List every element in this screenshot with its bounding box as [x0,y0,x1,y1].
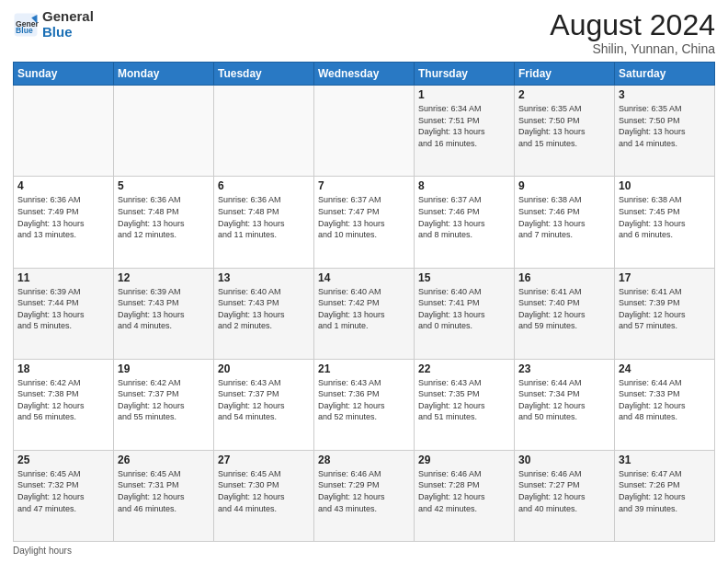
day-detail: Sunrise: 6:35 AM Sunset: 7:50 PM Dayligh… [518,103,610,149]
day-number: 23 [518,362,610,375]
calendar-day-header: Saturday [615,63,715,86]
calendar-cell: 21Sunrise: 6:43 AM Sunset: 7:36 PM Dayli… [314,359,415,450]
day-number: 22 [418,362,510,375]
day-number: 9 [518,179,610,192]
calendar-day-header: Friday [515,63,615,86]
day-number: 29 [418,454,510,466]
calendar-week-row: 11Sunrise: 6:39 AM Sunset: 7:44 PM Dayli… [14,268,715,359]
calendar-cell: 18Sunrise: 6:42 AM Sunset: 7:38 PM Dayli… [14,359,114,450]
day-number: 8 [418,179,510,192]
day-detail: Sunrise: 6:45 AM Sunset: 7:31 PM Dayligh… [118,468,210,514]
calendar-cell: 30Sunrise: 6:46 AM Sunset: 7:27 PM Dayli… [515,450,615,541]
logo-icon: General Blue [13,12,39,38]
day-detail: Sunrise: 6:42 AM Sunset: 7:37 PM Dayligh… [118,377,210,423]
day-detail: Sunrise: 6:35 AM Sunset: 7:50 PM Dayligh… [619,103,711,149]
day-number: 11 [17,271,109,284]
day-detail: Sunrise: 6:42 AM Sunset: 7:38 PM Dayligh… [17,377,109,423]
calendar-cell: 14Sunrise: 6:40 AM Sunset: 7:42 PM Dayli… [314,268,415,359]
calendar-cell: 20Sunrise: 6:43 AM Sunset: 7:37 PM Dayli… [214,359,314,450]
day-detail: Sunrise: 6:41 AM Sunset: 7:39 PM Dayligh… [619,286,711,332]
calendar-week-row: 25Sunrise: 6:45 AM Sunset: 7:32 PM Dayli… [14,450,715,541]
day-number: 10 [619,179,711,192]
day-detail: Sunrise: 6:40 AM Sunset: 7:41 PM Dayligh… [418,286,510,332]
day-detail: Sunrise: 6:44 AM Sunset: 7:33 PM Dayligh… [619,377,711,423]
calendar-cell: 5Sunrise: 6:36 AM Sunset: 7:48 PM Daylig… [114,177,214,268]
calendar-day-header: Thursday [415,63,515,86]
calendar-day-header: Sunday [14,63,114,86]
day-number: 12 [118,271,210,284]
calendar-cell: 4Sunrise: 6:36 AM Sunset: 7:49 PM Daylig… [14,177,114,268]
calendar-cell: 16Sunrise: 6:41 AM Sunset: 7:40 PM Dayli… [515,268,615,359]
day-detail: Sunrise: 6:41 AM Sunset: 7:40 PM Dayligh… [518,286,610,332]
day-detail: Sunrise: 6:38 AM Sunset: 7:46 PM Dayligh… [518,194,610,240]
calendar-cell: 1Sunrise: 6:34 AM Sunset: 7:51 PM Daylig… [415,86,515,177]
day-number: 31 [619,454,711,466]
day-number: 28 [318,454,410,466]
day-number: 21 [318,362,410,375]
day-number: 15 [418,271,510,284]
calendar-cell [14,86,114,177]
calendar-cell: 3Sunrise: 6:35 AM Sunset: 7:50 PM Daylig… [615,86,715,177]
calendar-cell: 31Sunrise: 6:47 AM Sunset: 7:26 PM Dayli… [615,450,715,541]
calendar-cell: 19Sunrise: 6:42 AM Sunset: 7:37 PM Dayli… [114,359,214,450]
calendar-cell: 23Sunrise: 6:44 AM Sunset: 7:34 PM Dayli… [515,359,615,450]
calendar-cell: 28Sunrise: 6:46 AM Sunset: 7:29 PM Dayli… [314,450,415,541]
day-detail: Sunrise: 6:36 AM Sunset: 7:48 PM Dayligh… [218,194,310,240]
calendar-cell: 15Sunrise: 6:40 AM Sunset: 7:41 PM Dayli… [415,268,515,359]
logo-text: General Blue [42,9,94,40]
day-detail: Sunrise: 6:39 AM Sunset: 7:44 PM Dayligh… [17,286,109,332]
day-detail: Sunrise: 6:40 AM Sunset: 7:42 PM Dayligh… [318,286,410,332]
day-number: 4 [17,179,109,192]
header: General Blue General Blue August 2024 Sh… [13,9,715,56]
calendar-cell: 24Sunrise: 6:44 AM Sunset: 7:33 PM Dayli… [615,359,715,450]
main-title: August 2024 [550,9,715,41]
day-number: 5 [118,179,210,192]
day-number: 3 [619,88,711,101]
day-number: 13 [218,271,310,284]
calendar-day-header: Wednesday [314,63,415,86]
day-detail: Sunrise: 6:46 AM Sunset: 7:28 PM Dayligh… [418,468,510,514]
day-number: 18 [17,362,109,375]
calendar-cell: 10Sunrise: 6:38 AM Sunset: 7:45 PM Dayli… [615,177,715,268]
logo: General Blue General Blue [13,9,94,40]
day-detail: Sunrise: 6:45 AM Sunset: 7:32 PM Dayligh… [17,468,109,514]
calendar-cell: 7Sunrise: 6:37 AM Sunset: 7:47 PM Daylig… [314,177,415,268]
calendar-cell: 12Sunrise: 6:39 AM Sunset: 7:43 PM Dayli… [114,268,214,359]
day-number: 1 [418,88,510,101]
page: General Blue General Blue August 2024 Sh… [0,0,728,563]
calendar-week-row: 18Sunrise: 6:42 AM Sunset: 7:38 PM Dayli… [14,359,715,450]
calendar-cell: 9Sunrise: 6:38 AM Sunset: 7:46 PM Daylig… [515,177,615,268]
day-detail: Sunrise: 6:37 AM Sunset: 7:46 PM Dayligh… [418,194,510,240]
day-detail: Sunrise: 6:34 AM Sunset: 7:51 PM Dayligh… [418,103,510,149]
day-number: 7 [318,179,410,192]
day-detail: Sunrise: 6:45 AM Sunset: 7:30 PM Dayligh… [218,468,310,514]
day-detail: Sunrise: 6:40 AM Sunset: 7:43 PM Dayligh… [218,286,310,332]
day-number: 6 [218,179,310,192]
day-detail: Sunrise: 6:39 AM Sunset: 7:43 PM Dayligh… [118,286,210,332]
title-block: August 2024 Shilin, Yunnan, China [550,9,715,56]
day-number: 16 [518,271,610,284]
calendar-cell [314,86,415,177]
footer-note: Daylight hours [13,546,715,556]
calendar-header-row: SundayMondayTuesdayWednesdayThursdayFrid… [14,63,715,86]
calendar-day-header: Tuesday [214,63,314,86]
calendar-cell: 26Sunrise: 6:45 AM Sunset: 7:31 PM Dayli… [114,450,214,541]
calendar-cell [214,86,314,177]
day-number: 27 [218,454,310,466]
day-number: 2 [518,88,610,101]
day-number: 20 [218,362,310,375]
calendar-cell: 22Sunrise: 6:43 AM Sunset: 7:35 PM Dayli… [415,359,515,450]
calendar-week-row: 1Sunrise: 6:34 AM Sunset: 7:51 PM Daylig… [14,86,715,177]
calendar-cell [114,86,214,177]
day-number: 24 [619,362,711,375]
calendar-cell: 11Sunrise: 6:39 AM Sunset: 7:44 PM Dayli… [14,268,114,359]
day-detail: Sunrise: 6:46 AM Sunset: 7:27 PM Dayligh… [518,468,610,514]
calendar-cell: 2Sunrise: 6:35 AM Sunset: 7:50 PM Daylig… [515,86,615,177]
calendar-cell: 8Sunrise: 6:37 AM Sunset: 7:46 PM Daylig… [415,177,515,268]
calendar-cell: 29Sunrise: 6:46 AM Sunset: 7:28 PM Dayli… [415,450,515,541]
day-detail: Sunrise: 6:46 AM Sunset: 7:29 PM Dayligh… [318,468,410,514]
sub-title: Shilin, Yunnan, China [550,41,715,56]
day-detail: Sunrise: 6:43 AM Sunset: 7:36 PM Dayligh… [318,377,410,423]
svg-text:Blue: Blue [16,26,33,35]
day-number: 30 [518,454,610,466]
